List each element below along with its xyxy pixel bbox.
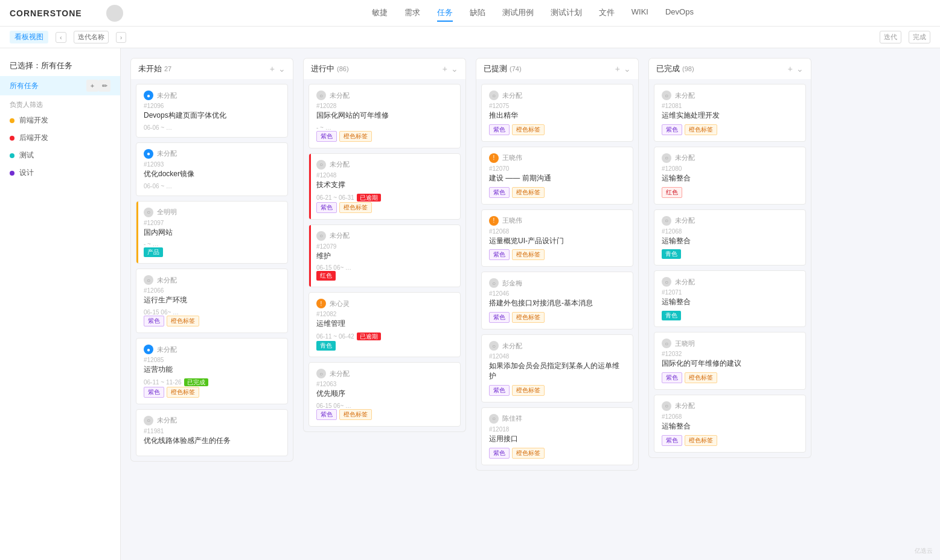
card-assignee-2-5: 陈佳祥 (502, 414, 522, 423)
card-tag: 橙色标签 (339, 202, 372, 213)
main-content: 未开始 27 + ⌄ ● 未分配 #12096 Devops构建页面字体优化 0… (121, 48, 940, 560)
nav-item-agile[interactable]: 敏捷 (372, 5, 388, 22)
kanban-card-1-2[interactable]: ○ 未分配 #12079 维护 06-15 06~ … 红色 (309, 224, 461, 288)
card-border (482, 84, 484, 141)
card-date-0-1: 06-06 ~ … (144, 183, 280, 189)
col-add-2[interactable]: + (615, 64, 620, 74)
card-top: ○ 未分配 (662, 277, 798, 287)
card-assignee-0-1: 未分配 (157, 149, 177, 158)
card-icon-3-3: ○ (662, 277, 671, 287)
kanban-card-0-1[interactable]: ● 未分配 #12093 优化docker镜像 06-06 ~ … (136, 142, 288, 196)
card-tag: 红色 (662, 187, 682, 198)
card-title-0-2: 国内网站 (144, 228, 280, 238)
kanban-card-2-2[interactable]: ! 王晓伟 #12068 运量概览UI-产品设计门 紫色橙色标签 (481, 209, 633, 267)
kanban-card-2-5[interactable]: ○ 陈佳祥 #12018 运用接口 紫色橙色标签 (481, 407, 633, 465)
nav-item-bugs[interactable]: 缺陷 (470, 5, 485, 22)
kanban-card-3-3[interactable]: ○ 未分配 #12071 运输整合 青色 (654, 270, 806, 327)
card-top: ○ 彭金梅 (489, 278, 625, 288)
card-assignee-2-0: 未分配 (502, 91, 522, 100)
card-border (309, 225, 311, 287)
nav-item-testcases[interactable]: 测试用例 (502, 5, 534, 22)
kanban-card-0-0[interactable]: ● 未分配 #12096 Devops构建页面字体优化 06-06 ~ … (136, 84, 288, 138)
sub-nav-next[interactable]: › (116, 32, 127, 43)
col-expand-0[interactable]: ⌄ (278, 64, 286, 74)
sidebar-selection-label: 已选择：所有任务 (10, 60, 72, 71)
card-date-1-4: 06-15 06~ … (316, 402, 453, 409)
card-tags: 紫色橙色标签 (662, 124, 798, 135)
card-icon-0-1: ● (144, 149, 153, 159)
card-date-1-3: 06-11 ~ 06-42已逾期 (316, 332, 453, 341)
kanban-card-0-4[interactable]: ● 未分配 #12085 运营功能 06-11 ~ 11-26已完成 紫色橙色标… (136, 338, 288, 404)
nav-item-files[interactable]: 文件 (599, 5, 615, 22)
kanban-card-1-4[interactable]: ○ 未分配 #12063 优先顺序 06-15 06~ … 紫色橙色标签 (309, 362, 461, 427)
card-id-1-4: #12063 (316, 381, 453, 387)
kanban-card-3-0[interactable]: ○ 未分配 #12081 运维实施处理开发 紫色橙色标签 (654, 84, 806, 142)
kanban-card-3-2[interactable]: ○ 未分配 #12068 运输整合 青色 (654, 209, 806, 266)
backend-label: 后端开发 (19, 133, 48, 143)
sidebar-item-frontend[interactable]: 前端开发 (0, 112, 120, 129)
kanban-card-3-4[interactable]: ○ 王晓明 #12032 国际化的可年维修的建议 紫色橙色标签 (654, 332, 806, 390)
date-badge: 已逾期 (357, 332, 381, 340)
kanban-card-1-1[interactable]: ○ 未分配 #12048 技术支撑 06-21 ~ 06-31已逾期 紫色橙色标… (309, 153, 461, 220)
nav-item-testplans[interactable]: 测试计划 (551, 5, 582, 22)
card-assignee-0-3: 未分配 (157, 276, 177, 285)
sidebar-add-btn[interactable]: + (86, 80, 98, 92)
card-tag: 产品 (144, 247, 163, 257)
card-border (482, 147, 484, 204)
card-icon-1-1: ○ (316, 160, 326, 170)
card-border (136, 143, 138, 196)
kanban-card-2-1[interactable]: ! 王晓伟 #12070 建设 —— 前期沟通 紫色橙色标签 (481, 147, 633, 205)
col-count-3: (98) (682, 65, 694, 72)
sub-nav-kanban[interactable]: 看板视图 (10, 31, 48, 43)
sub-nav-iteration[interactable]: 迭代 (880, 31, 901, 43)
kanban-card-1-3[interactable]: ! 朱心灵 #12082 运维管理 06-11 ~ 06-42已逾期 青色 (309, 292, 461, 357)
col-add-1[interactable]: + (443, 64, 447, 74)
sidebar-edit-btn[interactable]: ✏ (98, 80, 110, 92)
kanban-card-0-5[interactable]: ○ 未分配 #11981 优化线路体验感产生的任务 (136, 409, 288, 456)
card-date-0-3: 06-15 06~ … (144, 309, 280, 316)
col-expand-3[interactable]: ⌄ (796, 64, 804, 74)
card-tags: 紫色橙色标签 (144, 316, 280, 326)
kanban-card-0-2[interactable]: ○ 全明明 #12097 国内网站 - ~ … 产品 (136, 201, 288, 264)
card-tag: 橙色标签 (685, 372, 717, 383)
card-tag: 紫色 (662, 435, 682, 446)
col-expand-1[interactable]: ⌄ (451, 64, 458, 74)
kanban-card-1-0[interactable]: ○ 未分配 #12028 国际化网站的可年维修 - ~ … 紫色橙色标签 (309, 84, 461, 148)
card-id-0-2: #12097 (144, 220, 280, 226)
sidebar-item-all-tasks[interactable]: 所有任务 + ✏ (0, 76, 120, 95)
nav-item-requirements[interactable]: 需求 (404, 5, 420, 22)
kanban-card-2-4[interactable]: ○ 未分配 #12048 如果添加会员会员指定到某条人的运单维护 紫色橙色标签 (481, 334, 633, 402)
card-id-3-4: #12032 (662, 351, 798, 357)
page-wrapper: 已选择：所有任务 所有任务 + ✏ 负责人筛选 前端开发 后端开发 测试 设计 (0, 48, 940, 560)
col-expand-2[interactable]: ⌄ (624, 64, 631, 74)
user-avatar[interactable] (106, 5, 123, 22)
kanban-card-2-3[interactable]: ○ 彭金梅 #12046 搭建外包接口对接消息-基本消息 紫色橙色标签 (481, 272, 633, 329)
card-id-2-5: #12018 (489, 426, 625, 433)
card-icon-2-4: ○ (489, 341, 499, 351)
sub-nav-complete[interactable]: 完成 (909, 31, 930, 43)
kanban-col-3: 已完成 (98) + ⌄ ○ 未分配 #12081 运维实施处理开发 紫色橙色标… (648, 58, 811, 471)
sub-nav-prev[interactable]: ‹ (56, 32, 66, 43)
nav-item-wiki[interactable]: WIKI (631, 5, 648, 22)
card-border (482, 408, 484, 465)
card-title-2-4: 如果添加会员会员指定到某条人的运单维护 (489, 361, 625, 381)
col-add-0[interactable]: + (270, 64, 275, 74)
sidebar-item-backend[interactable]: 后端开发 (0, 129, 120, 147)
card-date-0-2: - ~ … (144, 241, 280, 247)
sub-nav-item[interactable]: 迭代名称 (74, 31, 109, 43)
kanban-card-3-5[interactable]: ○ 未分配 #12068 运输整合 紫色橙色标签 (654, 395, 806, 453)
card-tag: 紫色 (489, 187, 510, 198)
col-title-2: 已提测 (484, 63, 507, 74)
sidebar: 已选择：所有任务 所有任务 + ✏ 负责人筛选 前端开发 后端开发 测试 设计 (0, 48, 121, 560)
kanban-card-0-3[interactable]: ○ 未分配 #12066 运行生产环境 06-15 06~ … 紫色橙色标签 (136, 269, 288, 333)
frontend-dot (10, 118, 14, 123)
nav-item-tasks[interactable]: 任务 (437, 5, 453, 22)
nav-item-devops[interactable]: DevOps (665, 5, 694, 22)
card-top: ○ 未分配 (662, 216, 798, 226)
sidebar-item-test[interactable]: 测试 (0, 147, 120, 164)
col-add-3[interactable]: + (788, 64, 793, 74)
card-tags: 青色 (662, 311, 798, 320)
kanban-card-2-0[interactable]: ○ 未分配 #12075 推出精华 紫色橙色标签 (481, 84, 633, 142)
kanban-card-3-1[interactable]: ○ 未分配 #12080 运输整合 红色 (654, 147, 806, 205)
sidebar-item-design[interactable]: 设计 (0, 164, 120, 182)
